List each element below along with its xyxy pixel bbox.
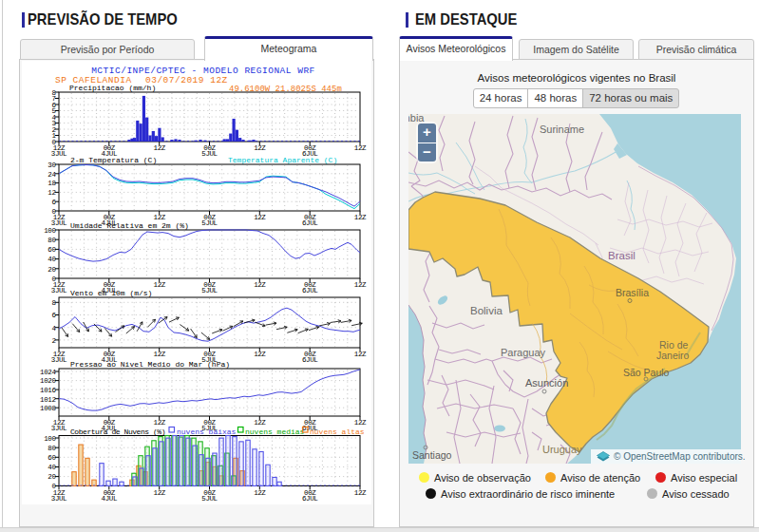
svg-text:12Z: 12Z xyxy=(254,214,266,221)
svg-text:30: 30 xyxy=(47,162,56,169)
svg-text:100: 100 xyxy=(44,435,56,443)
svg-text:5JUL: 5JUL xyxy=(201,219,218,227)
svg-text:6JUL: 6JUL xyxy=(302,287,318,294)
svg-text:12Z: 12Z xyxy=(354,214,367,221)
svg-text:12Z: 12Z xyxy=(354,144,367,152)
svg-text:Suriname: Suriname xyxy=(540,124,584,135)
svg-text:12Z: 12Z xyxy=(354,281,367,289)
svg-text:20: 20 xyxy=(47,473,56,481)
svg-text:Paraguay: Paraguay xyxy=(501,347,546,358)
svg-text:40: 40 xyxy=(47,464,56,471)
svg-text:3JUL: 3JUL xyxy=(51,150,67,158)
svg-text:2: 2 xyxy=(51,337,55,345)
svg-text:Umidade Relativa em 2m (%): Umidade Relativa em 2m (%) xyxy=(70,221,189,230)
svg-text:03/07/2019 12Z: 03/07/2019 12Z xyxy=(145,75,228,86)
svg-text:12Z: 12Z xyxy=(154,214,166,221)
svg-text:4JUL: 4JUL xyxy=(102,495,118,503)
svg-text:12Z: 12Z xyxy=(254,489,266,497)
svg-text:12Z: 12Z xyxy=(154,351,166,358)
svg-text:Brasília: Brasília xyxy=(616,287,649,298)
svg-text:12: 12 xyxy=(47,189,55,197)
svg-text:nuvens medias: nuvens medias xyxy=(245,428,305,436)
svg-text:São Paulo: São Paulo xyxy=(623,367,670,378)
svg-text:8: 8 xyxy=(51,89,55,97)
svg-text:60: 60 xyxy=(47,246,56,254)
svg-text:12Z: 12Z xyxy=(354,489,367,497)
svg-text:6JUL: 6JUL xyxy=(302,219,318,227)
svg-text:5JUL: 5JUL xyxy=(201,495,218,503)
svg-text:Uruguay: Uruguay xyxy=(542,444,582,455)
svg-text:60: 60 xyxy=(47,454,56,462)
svg-text:24: 24 xyxy=(47,171,56,179)
svg-text:12Z: 12Z xyxy=(154,419,166,427)
svg-text:Bolivia: Bolivia xyxy=(470,305,503,316)
svg-text:Vento em 10m (m/s): Vento em 10m (m/s) xyxy=(70,289,152,297)
svg-text:6JUL: 6JUL xyxy=(302,356,318,364)
svg-text:1008: 1008 xyxy=(40,405,55,412)
svg-text:3JUL: 3JUL xyxy=(51,219,67,227)
svg-text:12Z: 12Z xyxy=(254,144,266,152)
svg-text:1016: 1016 xyxy=(40,387,56,394)
svg-text:Colombia: Colombia xyxy=(408,114,425,124)
svg-text:1012: 1012 xyxy=(40,396,55,404)
svg-text:nuvens altas: nuvens altas xyxy=(310,428,365,436)
svg-text:Brasil: Brasil xyxy=(608,250,636,261)
svg-text:12Z: 12Z xyxy=(154,489,166,497)
svg-text:Santiago: Santiago xyxy=(412,449,452,461)
svg-text:Pressao ao Nivel Medio do Mar: Pressao ao Nivel Medio do Mar (hPa) xyxy=(70,360,230,369)
svg-text:Janeiro: Janeiro xyxy=(656,350,690,361)
svg-text:1024: 1024 xyxy=(40,369,56,376)
svg-text:2-m Temperatura (C): 2-m Temperatura (C) xyxy=(70,156,157,164)
svg-text:12Z: 12Z xyxy=(254,351,266,358)
svg-text:1020: 1020 xyxy=(40,377,56,385)
svg-text:3JUL: 3JUL xyxy=(51,495,67,503)
svg-text:6JUL: 6JUL xyxy=(302,495,318,503)
svg-text:80: 80 xyxy=(47,445,56,452)
svg-text:5JUL: 5JUL xyxy=(201,150,218,158)
svg-text:Precipitacao (mm/h): Precipitacao (mm/h) xyxy=(69,84,156,92)
svg-text:3JUL: 3JUL xyxy=(51,287,67,294)
svg-text:nuvens baixas: nuvens baixas xyxy=(177,428,237,436)
svg-text:Temperatura Aparente (C): Temperatura Aparente (C) xyxy=(228,156,337,164)
svg-text:12Z: 12Z xyxy=(254,419,266,427)
svg-text:100: 100 xyxy=(44,227,56,235)
svg-text:20: 20 xyxy=(47,266,56,274)
svg-text:3JUL: 3JUL xyxy=(51,425,67,432)
svg-text:12Z: 12Z xyxy=(254,281,266,289)
svg-text:12Z: 12Z xyxy=(154,144,166,152)
svg-text:Cobertura de Nuvens (%): Cobertura de Nuvens (%) xyxy=(70,428,165,436)
svg-text:5JUL: 5JUL xyxy=(201,287,218,294)
svg-text:8: 8 xyxy=(51,299,55,307)
svg-text:12Z: 12Z xyxy=(354,419,367,427)
svg-text:12Z: 12Z xyxy=(354,351,367,358)
svg-text:12Z: 12Z xyxy=(154,281,166,289)
svg-text:Asunción: Asunción xyxy=(525,377,568,389)
svg-text:18: 18 xyxy=(47,180,55,187)
svg-text:3JUL: 3JUL xyxy=(51,356,67,364)
svg-text:40: 40 xyxy=(47,256,56,263)
svg-text:80: 80 xyxy=(47,237,56,244)
